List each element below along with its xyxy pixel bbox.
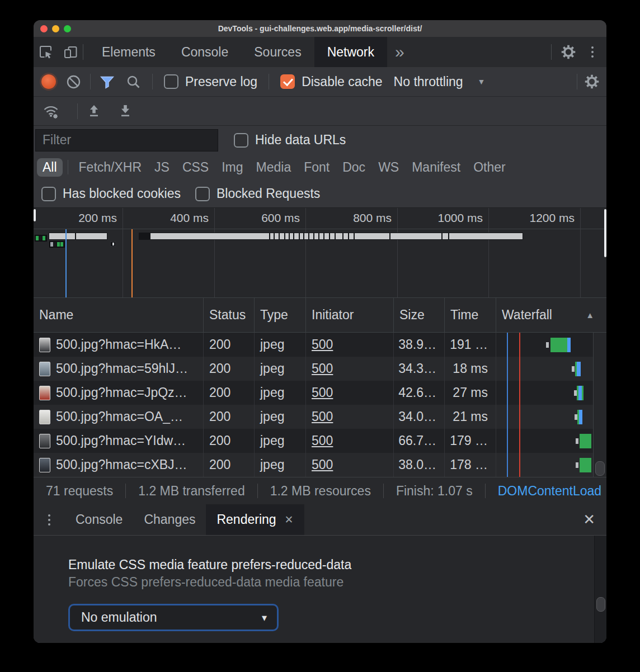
rendering-panel: Emulate CSS media feature prefers-reduce… bbox=[34, 536, 606, 643]
requests-table-header: Name Status Type Initiator Size Time Wat… bbox=[34, 298, 606, 333]
drawer-scrollbar-thumb[interactable] bbox=[596, 597, 605, 612]
table-row[interactable]: 500.jpg?hmac=YIdw…200jpeg50066.7…179 … bbox=[34, 429, 606, 453]
table-scrollbar-track[interactable] bbox=[593, 333, 606, 477]
column-header-initiator[interactable]: Initiator bbox=[306, 298, 394, 332]
bar-tick bbox=[342, 233, 343, 239]
overview-request-marker bbox=[110, 242, 116, 247]
chevron-down-icon[interactable]: ▼ bbox=[478, 77, 486, 86]
overview-left-handle[interactable] bbox=[34, 209, 36, 221]
drawer-close-button[interactable]: ✕ bbox=[572, 504, 606, 535]
initiator-link[interactable]: 500 bbox=[312, 337, 333, 352]
has-blocked-cookies-checkbox[interactable] bbox=[41, 187, 56, 201]
chip bbox=[36, 236, 39, 240]
drawer-tab-rendering[interactable]: Rendering✕ bbox=[206, 504, 304, 535]
settings-gear-button[interactable] bbox=[557, 44, 580, 60]
cell-waterfall bbox=[496, 405, 606, 429]
column-header-time[interactable]: Time bbox=[445, 298, 496, 332]
cell-time: 18 ms bbox=[445, 357, 496, 381]
filter-pill-doc[interactable]: Doc bbox=[337, 158, 371, 177]
tab-elements[interactable]: Elements bbox=[89, 37, 168, 67]
preserve-log-checkbox[interactable] bbox=[164, 74, 178, 89]
table-scrollbar-thumb[interactable] bbox=[595, 461, 605, 476]
inspect-element-button[interactable] bbox=[34, 37, 58, 67]
chip bbox=[54, 242, 57, 247]
search-button[interactable] bbox=[126, 74, 141, 89]
cell-name: 500.jpg?hmac=OA_… bbox=[34, 405, 204, 429]
tab-sources[interactable]: Sources bbox=[241, 37, 314, 67]
clear-network-log-button[interactable] bbox=[66, 74, 81, 89]
filter-pill-font[interactable]: Font bbox=[298, 158, 335, 177]
tab-close-icon[interactable]: ✕ bbox=[285, 513, 294, 526]
record-network-log-button[interactable] bbox=[41, 74, 56, 89]
filter-pill-all[interactable]: All bbox=[37, 158, 63, 177]
table-row[interactable]: 500.jpg?hmac=59hlJ…200jpeg50034.3…18 ms bbox=[34, 357, 606, 381]
drawer-tab-console[interactable]: Console bbox=[65, 504, 133, 535]
prefers-reduced-data-select[interactable]: No emulation ▾ bbox=[68, 604, 279, 631]
waterfall-tick-bar bbox=[546, 342, 549, 348]
drawer-menu-button[interactable] bbox=[34, 504, 65, 535]
filter-pill-manifest[interactable]: Manifest bbox=[406, 158, 466, 177]
cell-initiator: 500 bbox=[306, 405, 394, 429]
initiator-link[interactable]: 500 bbox=[312, 409, 333, 424]
divider bbox=[551, 44, 552, 60]
filter-pill-fetch-xhr[interactable]: Fetch/XHR bbox=[73, 158, 147, 177]
table-row[interactable]: 500.jpg?hmac=HkA…200jpeg50038.9…191 … bbox=[34, 333, 606, 357]
filter-toggle-button[interactable] bbox=[100, 74, 115, 89]
cell-status: 200 bbox=[204, 453, 255, 477]
filter-pill-ws[interactable]: WS bbox=[373, 158, 404, 177]
cell-status: 200 bbox=[204, 333, 255, 357]
blocked-filters-row: Has blocked cookies Blocked Requests bbox=[34, 180, 606, 208]
more-tabs-button[interactable]: » bbox=[387, 37, 412, 67]
main-menu-button[interactable] bbox=[585, 46, 600, 58]
waterfall-blue-bar bbox=[577, 362, 581, 376]
table-row[interactable]: 500.jpg?hmac=JpQz…200jpeg50042.6…27 ms bbox=[34, 381, 606, 405]
network-conditions-button[interactable] bbox=[41, 103, 60, 119]
filter-pill-media[interactable]: Media bbox=[251, 158, 297, 177]
initiator-link[interactable]: 500 bbox=[312, 361, 333, 376]
initiator-link[interactable]: 500 bbox=[312, 385, 333, 400]
overview-right-handle[interactable] bbox=[604, 209, 606, 257]
close-window-button[interactable] bbox=[40, 25, 48, 32]
column-header-type[interactable]: Type bbox=[255, 298, 306, 332]
network-toolbar: Preserve log Disable cache No throttling… bbox=[34, 67, 606, 97]
overview-event-line bbox=[131, 229, 133, 297]
zoom-window-button[interactable] bbox=[64, 25, 71, 32]
column-header-waterfall[interactable]: Waterfall ▲ bbox=[496, 298, 606, 332]
table-row[interactable]: 500.jpg?hmac=OA_…200jpeg50034.0…21 ms bbox=[34, 405, 606, 429]
hide-data-urls-checkbox[interactable] bbox=[234, 133, 248, 148]
import-har-button[interactable] bbox=[86, 104, 102, 118]
table-row[interactable]: 500.jpg?hmac=cXBJ…200jpeg50038.0…178 … bbox=[34, 453, 606, 477]
load-event-line bbox=[519, 333, 520, 477]
cell-type: jpeg bbox=[255, 381, 306, 405]
panel-tab-strip: ElementsConsoleSourcesNetwork bbox=[89, 37, 387, 67]
drawer-tab-label: Rendering bbox=[217, 512, 276, 527]
minimize-window-button[interactable] bbox=[52, 25, 59, 32]
search-icon bbox=[126, 74, 141, 89]
network-overview-timeline[interactable]: 200 ms400 ms600 ms800 ms1000 ms1200 ms bbox=[34, 208, 606, 298]
overview-gridline bbox=[305, 208, 306, 297]
tab-network[interactable]: Network bbox=[314, 37, 387, 67]
filter-pill-js[interactable]: JS bbox=[149, 158, 175, 177]
blocked-requests-checkbox[interactable] bbox=[195, 187, 210, 201]
initiator-link[interactable]: 500 bbox=[312, 433, 333, 448]
filter-input[interactable] bbox=[35, 129, 218, 152]
filter-pill-css[interactable]: CSS bbox=[177, 158, 214, 177]
filter-pill-img[interactable]: Img bbox=[216, 158, 248, 177]
disable-cache-checkbox[interactable] bbox=[280, 74, 295, 89]
export-har-button[interactable] bbox=[117, 104, 134, 118]
column-header-name[interactable]: Name bbox=[34, 298, 204, 332]
throttling-select[interactable]: No throttling bbox=[394, 74, 463, 89]
network-settings-button[interactable] bbox=[577, 74, 606, 89]
cell-time: 179 … bbox=[445, 429, 496, 453]
waterfall-tick-bar bbox=[572, 366, 575, 372]
cell-time: 21 ms bbox=[445, 405, 496, 429]
drawer-tab-changes[interactable]: Changes bbox=[133, 504, 206, 535]
initiator-link[interactable]: 500 bbox=[312, 457, 333, 472]
column-header-size[interactable]: Size bbox=[394, 298, 445, 332]
column-header-status[interactable]: Status bbox=[204, 298, 255, 332]
tab-console[interactable]: Console bbox=[168, 37, 241, 67]
bar-tick bbox=[274, 233, 275, 239]
filter-pill-other[interactable]: Other bbox=[468, 158, 511, 177]
device-toolbar-button[interactable] bbox=[58, 37, 83, 67]
drawer-scrollbar-track[interactable] bbox=[594, 536, 606, 643]
